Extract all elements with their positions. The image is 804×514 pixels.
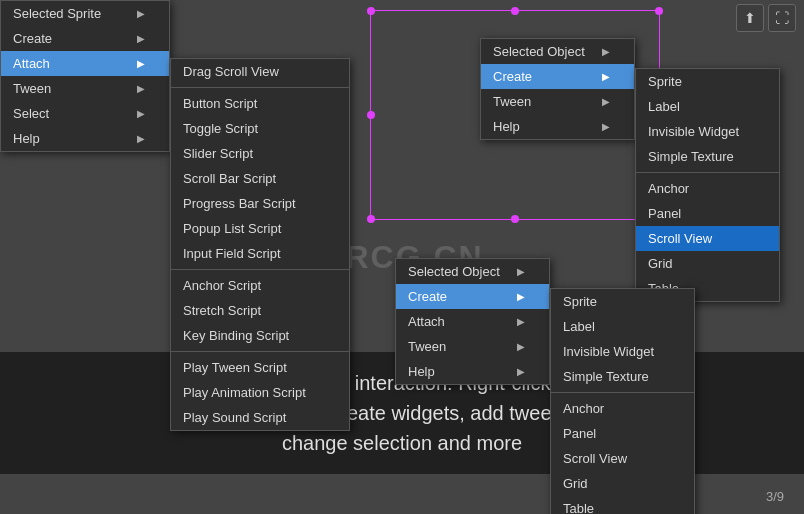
arrow-icon: ▶ [517,341,525,352]
top-toolbar: ⬆ ⛶ [728,0,804,36]
main-menu-tween[interactable]: Tween ▶ [1,76,169,101]
page-indicator: 3/9 [766,489,784,504]
share-button[interactable]: ⬆ [736,4,764,32]
main-menu-select[interactable]: Select ▶ [1,101,169,126]
attach-play-animation[interactable]: Play Animation Script [171,380,349,405]
create-bot-sprite[interactable]: Sprite [551,289,694,314]
so-top-selected-object[interactable]: Selected Object ▶ [481,39,634,64]
arrow-icon: ▶ [137,33,145,44]
attach-progress-script[interactable]: Progress Bar Script [171,191,349,216]
so-bot-tween[interactable]: Tween ▶ [396,334,549,359]
main-menu-attach[interactable]: Attach ▶ [1,51,169,76]
separator [636,172,779,173]
create-bot-grid[interactable]: Grid [551,471,694,496]
arrow-icon: ▶ [602,71,610,82]
create-top-label[interactable]: Label [636,94,779,119]
create-submenu-bottom: Sprite Label Invisible Widget Simple Tex… [550,288,695,514]
separator [171,351,349,352]
create-bot-panel[interactable]: Panel [551,421,694,446]
attach-play-tween[interactable]: Play Tween Script [171,355,349,380]
main-menu-create[interactable]: Create ▶ [1,26,169,51]
so-top-tween[interactable]: Tween ▶ [481,89,634,114]
so-bot-help[interactable]: Help ▶ [396,359,549,384]
create-top-invisible[interactable]: Invisible Widget [636,119,779,144]
create-bot-anchor[interactable]: Anchor [551,396,694,421]
main-menu-selected-sprite[interactable]: Selected Sprite ▶ [1,1,169,26]
create-top-panel[interactable]: Panel [636,201,779,226]
arrow-icon: ▶ [517,266,525,277]
create-top-simple-texture[interactable]: Simple Texture [636,144,779,169]
attach-input-script[interactable]: Input Field Script [171,241,349,266]
main-menu-help[interactable]: Help ▶ [1,126,169,151]
arrow-icon: ▶ [137,83,145,94]
arrow-icon: ▶ [137,133,145,144]
attach-anchor-script[interactable]: Anchor Script [171,273,349,298]
create-bot-scroll-view[interactable]: Scroll View [551,446,694,471]
selected-obj-menu-bottom: Selected Object ▶ Create ▶ Attach ▶ Twee… [395,258,550,385]
attach-toggle-script[interactable]: Toggle Script [171,116,349,141]
arrow-icon: ▶ [137,58,145,69]
arrow-icon: ▶ [517,291,525,302]
arrow-icon: ▶ [602,121,610,132]
arrow-icon: ▶ [137,8,145,19]
separator [171,269,349,270]
create-top-grid[interactable]: Grid [636,251,779,276]
so-bot-create[interactable]: Create ▶ [396,284,549,309]
separator [551,392,694,393]
attach-submenu: Drag Scroll View Button Script Toggle Sc… [170,58,350,431]
main-context-menu: Selected Sprite ▶ Create ▶ Attach ▶ Twee… [0,0,170,152]
attach-button-script[interactable]: Button Script [171,91,349,116]
arrow-icon: ▶ [137,108,145,119]
attach-drag-scroll[interactable]: Drag Scroll View [171,59,349,84]
so-top-help[interactable]: Help ▶ [481,114,634,139]
attach-slider-script[interactable]: Slider Script [171,141,349,166]
separator [171,87,349,88]
create-bot-simple-texture[interactable]: Simple Texture [551,364,694,389]
attach-popup-script[interactable]: Popup List Script [171,216,349,241]
selected-obj-menu-top: Selected Object ▶ Create ▶ Tween ▶ Help … [480,38,635,140]
arrow-icon: ▶ [602,46,610,57]
create-bot-label[interactable]: Label [551,314,694,339]
attach-scrollbar-script[interactable]: Scroll Bar Script [171,166,349,191]
create-top-sprite[interactable]: Sprite [636,69,779,94]
create-submenu-top: Sprite Label Invisible Widget Simple Tex… [635,68,780,302]
arrow-icon: ▶ [517,316,525,327]
attach-keybinding-script[interactable]: Key Binding Script [171,323,349,348]
attach-stretch-script[interactable]: Stretch Script [171,298,349,323]
so-top-create[interactable]: Create ▶ [481,64,634,89]
arrow-icon: ▶ [517,366,525,377]
create-top-anchor[interactable]: Anchor [636,176,779,201]
so-bot-selected-object[interactable]: Selected Object ▶ [396,259,549,284]
so-bot-attach[interactable]: Attach ▶ [396,309,549,334]
fullscreen-button[interactable]: ⛶ [768,4,796,32]
create-bot-invisible[interactable]: Invisible Widget [551,339,694,364]
create-top-scroll-view[interactable]: Scroll View [636,226,779,251]
arrow-icon: ▶ [602,96,610,107]
create-bot-table[interactable]: Table [551,496,694,514]
attach-play-sound[interactable]: Play Sound Script [171,405,349,430]
